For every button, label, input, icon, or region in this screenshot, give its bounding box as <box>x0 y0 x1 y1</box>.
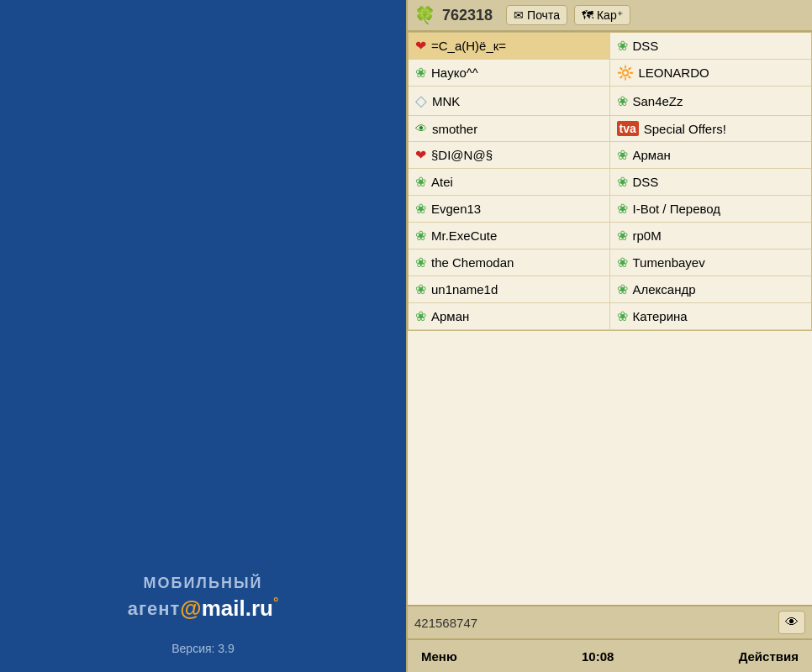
clover-icon: ❀ <box>415 308 426 324</box>
toolbar-score: 762318 <box>442 7 493 24</box>
mail-button[interactable]: ✉ Почта <box>506 5 567 25</box>
clover-icon: ❀ <box>617 93 628 109</box>
list-item[interactable]: ❀San4eZz <box>610 87 812 116</box>
contact-name: MNK <box>432 94 460 108</box>
contact-name: Hayко^^ <box>431 66 478 80</box>
contact-name: rp0M <box>633 228 662 243</box>
clover-icon: ❀ <box>415 174 426 190</box>
actions-button[interactable]: Действия <box>739 649 799 664</box>
contact-name: Арман <box>633 148 671 162</box>
logo-mobile-text: МОБИЛЬНЫЙ <box>144 575 263 592</box>
contact-name: =C_a(H)ё_к= <box>431 39 506 53</box>
right-panel: 🍀 762318 ✉ Почта 🗺 Кар⁺ ❤=C_a(H)ё_к=❀DSS… <box>406 0 812 672</box>
logo-agent-line: агент @ mail.ru° <box>128 596 279 622</box>
status-bar: 421568747 👁 <box>408 605 812 638</box>
contact-name: DSS <box>633 39 659 53</box>
contact-name: Atei <box>431 175 453 189</box>
left-panel: МОБИЛЬНЫЙ агент @ mail.ru° Версия: 3.9 <box>0 0 406 672</box>
list-item[interactable]: ❤=C_a(H)ё_к= <box>409 33 610 60</box>
diamond-icon: ◇ <box>415 92 427 110</box>
clover-icon: ❀ <box>617 147 628 163</box>
list-item[interactable]: ❀Tumenbayev <box>610 249 812 276</box>
contact-name: Арман <box>431 309 469 323</box>
heart-icon: ❤ <box>415 147 426 163</box>
logo-agent-prefix: агент <box>128 598 181 620</box>
contact-name: Tumenbayev <box>633 255 705 270</box>
clover-icon: ❀ <box>415 201 426 217</box>
map-label: Кар⁺ <box>597 8 623 22</box>
eye-button[interactable]: 👁 <box>778 611 805 634</box>
contact-name: Александр <box>633 282 696 297</box>
list-item[interactable]: ◇MNK <box>409 87 610 116</box>
map-button[interactable]: 🗺 Кар⁺ <box>574 5 630 25</box>
list-item[interactable]: ❀DSS <box>610 33 812 60</box>
toolbar-clover-icon: 🍀 <box>414 5 435 25</box>
list-item[interactable]: ❀Александр <box>610 276 812 303</box>
list-item[interactable]: ❀Evgen13 <box>409 196 610 223</box>
clover-icon: ❀ <box>415 65 426 81</box>
toolbar: 🍀 762318 ✉ Почта 🗺 Кар⁺ <box>408 0 812 32</box>
list-item[interactable]: ❀Катерина <box>610 303 812 330</box>
mail-label: Почта <box>527 8 560 22</box>
list-item[interactable]: tvaSpecial Offers! <box>610 116 812 142</box>
list-item[interactable]: ❀Арман <box>409 303 610 330</box>
clover-icon: ❀ <box>617 308 628 324</box>
clover-icon: ❀ <box>415 228 426 244</box>
clover-icon: ❀ <box>617 228 628 244</box>
heart-icon: ❤ <box>415 38 426 54</box>
contact-name: LEONARDO <box>639 66 709 80</box>
clover-icon: ❀ <box>617 281 628 297</box>
list-item[interactable]: ❀rp0M <box>610 223 812 249</box>
contact-grid: ❤=C_a(H)ё_к=❀DSS❀Hayко^^🔆LEONARDO◇MNK❀Sa… <box>408 32 812 331</box>
contact-name: San4eZz <box>633 94 683 108</box>
eye-icon: 👁 <box>785 615 799 630</box>
contact-name: DSS <box>633 175 659 189</box>
clover-icon: ❀ <box>415 255 426 270</box>
clover-icon: ❀ <box>617 38 628 54</box>
mail-icon: ✉ <box>514 8 524 22</box>
bottom-nav: Меню 10:08 Действия <box>408 638 812 672</box>
clover-icon: ❀ <box>415 281 426 297</box>
logo-at-symbol: @ <box>180 596 201 622</box>
special-icon: tva <box>617 121 639 136</box>
contact-name: the Chemodan <box>431 255 514 270</box>
map-icon: 🗺 <box>582 8 593 22</box>
list-item[interactable]: ❀Арман <box>610 142 812 169</box>
contact-name: smother <box>432 122 477 136</box>
list-item[interactable]: ❤§DI@N@§ <box>409 142 610 169</box>
user-id: 421568747 <box>414 616 477 630</box>
app-logo: МОБИЛЬНЫЙ агент @ mail.ru° <box>128 575 279 622</box>
version-label: Версия: 3.9 <box>171 642 235 655</box>
list-item[interactable]: ❀I-Bot / Перевод <box>610 196 812 223</box>
contact-name: §DI@N@§ <box>431 148 493 162</box>
contact-name: un1name1d <box>431 282 498 297</box>
list-item[interactable]: ❀Mr.ExeCute <box>409 223 610 249</box>
list-item[interactable]: 🔆LEONARDO <box>610 60 812 87</box>
list-item[interactable]: ❀Hayко^^ <box>409 60 610 87</box>
clover-icon: ❀ <box>617 174 628 190</box>
leo-icon: 🔆 <box>617 65 634 81</box>
contact-name: I-Bot / Перевод <box>633 202 721 216</box>
menu-button[interactable]: Меню <box>421 649 457 664</box>
contact-name: Evgen13 <box>431 202 481 216</box>
contact-name: Mr.ExeCute <box>431 228 497 243</box>
clover-icon: ❀ <box>617 201 628 217</box>
contact-list: ❤=C_a(H)ё_к=❀DSS❀Hayко^^🔆LEONARDO◇MNK❀Sa… <box>408 32 812 605</box>
eye-icon: 👁 <box>415 121 427 136</box>
clock-display: 10:08 <box>582 649 614 664</box>
list-item[interactable]: ❀un1name1d <box>409 276 610 303</box>
list-item[interactable]: ❀Atei <box>409 169 610 196</box>
list-item[interactable]: ❀the Chemodan <box>409 249 610 276</box>
list-item[interactable]: 👁smother <box>409 116 610 142</box>
clover-icon: ❀ <box>617 255 628 270</box>
list-item[interactable]: ❀DSS <box>610 169 812 196</box>
contact-name: Special Offers! <box>644 122 726 136</box>
contact-name: Катерина <box>633 309 688 323</box>
logo-domain: mail.ru° <box>202 596 279 622</box>
